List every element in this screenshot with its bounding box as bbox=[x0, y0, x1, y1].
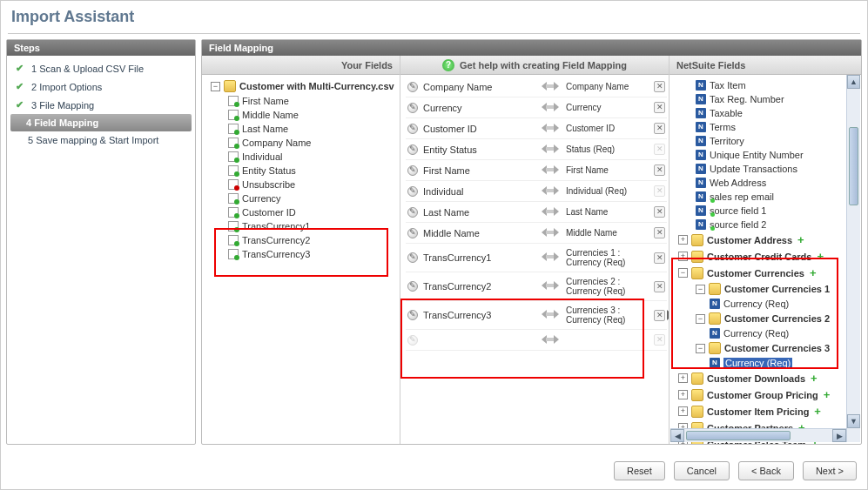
remove-mapping-button[interactable]: ✕ bbox=[654, 206, 665, 218]
ns-field-item[interactable]: NTax Reg. Number bbox=[675, 92, 845, 106]
edit-icon[interactable] bbox=[407, 207, 418, 218]
edit-icon[interactable] bbox=[407, 252, 418, 263]
scroll-thumb-v[interactable] bbox=[849, 127, 858, 205]
ns-field-item[interactable]: Nsales rep email bbox=[675, 190, 845, 204]
expand-icon[interactable]: + bbox=[678, 373, 688, 383]
reset-button[interactable]: Reset bbox=[614, 461, 665, 480]
edit-icon[interactable] bbox=[407, 310, 418, 320]
edit-icon[interactable] bbox=[407, 82, 418, 92]
ns-subfolder-item[interactable]: −Customer Currencies 1 bbox=[675, 281, 845, 297]
ns-field-item[interactable]: NTerritory bbox=[675, 134, 845, 148]
remove-mapping-button[interactable]: ✕ bbox=[654, 281, 665, 292]
ns-field-item[interactable]: NWeb Address bbox=[675, 176, 845, 190]
scroll-right-button[interactable]: ▶ bbox=[832, 429, 846, 442]
csv-field-item[interactable]: Last Name bbox=[207, 122, 394, 136]
csv-field-item[interactable]: TransCurrency1 bbox=[207, 219, 394, 233]
csv-field-item[interactable]: Currency bbox=[207, 191, 394, 205]
ns-field-item[interactable]: NUpdate Transactions bbox=[675, 162, 845, 176]
remove-mapping-button[interactable]: ✕ bbox=[654, 164, 665, 176]
remove-mapping-button[interactable]: ✕ bbox=[654, 81, 665, 92]
step-item[interactable]: 5 Save mapping & Start Import bbox=[7, 131, 195, 149]
help-icon[interactable]: ? bbox=[442, 59, 454, 71]
csv-field-item[interactable]: Middle Name bbox=[207, 108, 394, 122]
ns-field-item[interactable]: NCurrency (Req) bbox=[675, 297, 845, 311]
remove-mapping-button[interactable]: ✕ bbox=[654, 227, 665, 238]
mapping-row[interactable]: TransCurrency2Currencies 2 : Currency (R… bbox=[406, 272, 667, 301]
edit-icon[interactable] bbox=[407, 144, 418, 155]
edit-icon[interactable] bbox=[407, 281, 418, 292]
edit-icon[interactable] bbox=[407, 186, 418, 197]
ns-field-item[interactable]: Nsource field 2 bbox=[675, 218, 845, 232]
csv-field-item[interactable]: Customer ID bbox=[207, 205, 394, 219]
ns-field-item[interactable]: NTaxable bbox=[675, 106, 845, 120]
expand-icon[interactable]: + bbox=[678, 252, 688, 261]
step-item[interactable]: 4 Field Mapping bbox=[10, 114, 192, 131]
csv-field-item[interactable]: Entity Status bbox=[207, 164, 394, 178]
collapse-icon[interactable]: − bbox=[696, 344, 705, 353]
step-item[interactable]: ✔1 Scan & Upload CSV File bbox=[7, 59, 195, 77]
cancel-button[interactable]: Cancel bbox=[674, 461, 730, 480]
csv-field-item[interactable]: Company Name bbox=[207, 136, 394, 150]
ns-folder-item[interactable]: +Customer Address+ bbox=[675, 232, 845, 248]
ns-folder-item[interactable]: +Customer Item Pricing+ bbox=[675, 403, 845, 420]
remove-mapping-button[interactable]: ✕ bbox=[654, 123, 665, 134]
ns-folder-currencies[interactable]: −Customer Currencies+ bbox=[675, 265, 845, 281]
add-icon[interactable]: + bbox=[822, 388, 832, 401]
collapse-icon[interactable]: − bbox=[696, 285, 705, 294]
step-item[interactable]: ✔3 File Mapping bbox=[7, 96, 195, 114]
mapping-row[interactable]: Middle NameMiddle Name✕ bbox=[406, 223, 667, 244]
scroll-left-button[interactable]: ◀ bbox=[670, 429, 684, 442]
add-icon[interactable]: + bbox=[815, 250, 825, 263]
ns-folder-item[interactable]: +Customer Credit Cards+ bbox=[675, 248, 845, 265]
collapse-icon[interactable]: − bbox=[696, 314, 705, 324]
remove-mapping-button[interactable]: ✕ bbox=[654, 252, 665, 264]
ns-field-item[interactable]: NTax Item bbox=[675, 78, 845, 92]
scroll-down-button[interactable]: ▼ bbox=[847, 414, 860, 428]
add-icon[interactable]: + bbox=[812, 405, 823, 418]
mapping-row[interactable]: First NameFirst Name✕ bbox=[406, 160, 667, 181]
csv-field-item[interactable]: Unsubscribe bbox=[207, 178, 394, 191]
next-button[interactable]: Next > bbox=[803, 461, 857, 480]
ns-subfolder-item[interactable]: −Customer Currencies 2 bbox=[675, 311, 845, 326]
mapping-row[interactable]: CurrencyCurrency✕ bbox=[406, 97, 667, 118]
edit-icon[interactable] bbox=[407, 228, 418, 238]
mapping-row[interactable]: Last NameLast Name✕ bbox=[406, 202, 667, 223]
mapping-row[interactable]: IndividualIndividual (Req)✕ bbox=[406, 181, 667, 202]
expand-icon[interactable]: + bbox=[678, 235, 688, 245]
ns-field-item[interactable]: NTerms bbox=[675, 120, 845, 134]
ns-folder-item[interactable]: +Customer Downloads+ bbox=[675, 370, 845, 386]
expand-icon[interactable]: + bbox=[678, 390, 688, 399]
csv-field-item[interactable]: TransCurrency2 bbox=[207, 233, 394, 247]
scroll-thumb-h[interactable] bbox=[686, 431, 791, 440]
edit-icon[interactable] bbox=[407, 165, 418, 176]
csv-field-item[interactable]: TransCurrency3 bbox=[207, 247, 394, 261]
scroll-up-button[interactable]: ▲ bbox=[847, 75, 860, 89]
step-item[interactable]: ✔2 Import Options bbox=[7, 77, 195, 96]
ns-field-item[interactable]: NCurrency (Req) bbox=[675, 326, 845, 340]
ns-vertical-scrollbar[interactable]: ▲ ▼ bbox=[846, 75, 860, 442]
mapping-row[interactable]: Company NameCompany Name✕ bbox=[406, 77, 667, 97]
expand-icon[interactable]: + bbox=[678, 406, 688, 416]
mapping-row[interactable]: Customer IDCustomer ID✕ bbox=[406, 118, 667, 139]
ns-horizontal-scrollbar[interactable]: ◀ ▶ bbox=[670, 428, 846, 442]
ns-field-item[interactable]: NCurrency (Req) bbox=[675, 356, 845, 370]
csv-field-item[interactable]: Individual bbox=[207, 150, 394, 164]
edit-icon[interactable] bbox=[407, 124, 418, 134]
add-icon[interactable]: + bbox=[796, 233, 806, 246]
csv-file-root[interactable]: −Customer with Multi-Currency.csv bbox=[207, 78, 394, 94]
ns-subfolder-item[interactable]: −Customer Currencies 3 bbox=[675, 340, 845, 356]
collapse-icon[interactable]: − bbox=[678, 268, 688, 278]
mapping-row[interactable]: Entity StatusStatus (Req)✕ bbox=[406, 139, 667, 160]
ns-folder-item[interactable]: +Customer Group Pricing+ bbox=[675, 386, 845, 403]
mapping-row[interactable]: TransCurrency1Currencies 1 : Currency (R… bbox=[406, 244, 667, 272]
collapse-icon[interactable]: − bbox=[211, 82, 220, 91]
mapping-row[interactable]: TransCurrency3Currencies 3 : Currency (R… bbox=[406, 301, 667, 330]
mapping-row-empty[interactable]: ✕ bbox=[406, 330, 667, 351]
ns-field-item[interactable]: NUnique Entity Number bbox=[675, 148, 845, 162]
edit-icon[interactable] bbox=[407, 103, 418, 113]
back-button[interactable]: < Back bbox=[738, 461, 794, 480]
remove-mapping-button[interactable]: ✕ bbox=[654, 102, 665, 113]
remove-mapping-button[interactable]: ✕ bbox=[654, 310, 665, 321]
csv-field-item[interactable]: First Name bbox=[207, 94, 394, 108]
add-icon[interactable]: + bbox=[808, 266, 818, 279]
